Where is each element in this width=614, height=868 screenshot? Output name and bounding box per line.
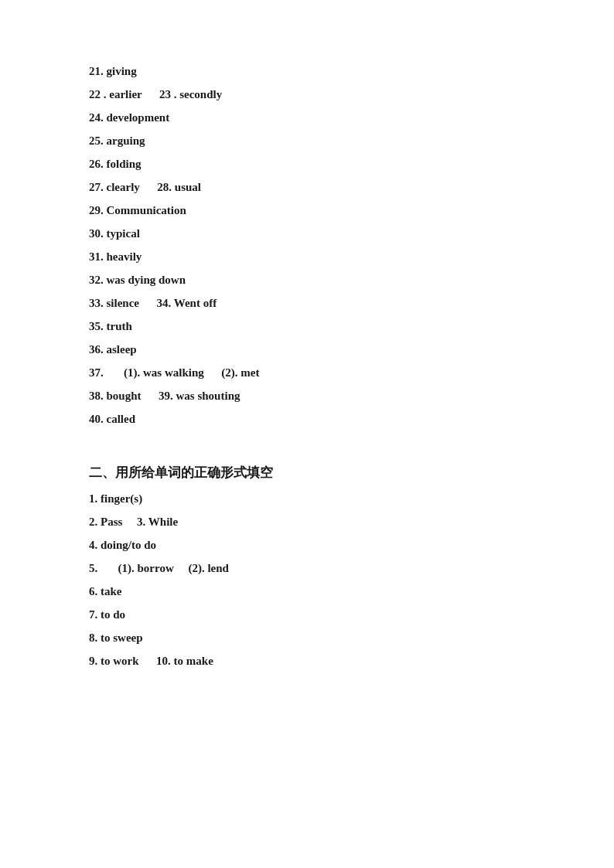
line-31: 31. heavily (89, 247, 525, 266)
s2-line-2-3: 2. Pass 3. While (89, 512, 525, 531)
line-22-23: 22 . earlier 23 . secondly (89, 85, 525, 104)
line-35: 35. truth (89, 317, 525, 335)
line-25: 25. arguing (89, 131, 525, 150)
section2-lines: 1. finger(s)2. Pass 3. While4. doing/to … (89, 489, 525, 670)
line-27-28: 27. clearly 28. usual (89, 178, 525, 196)
line-33-34: 33. silence 34. Went off (89, 294, 525, 312)
line-38-39: 38. bought 39. was shouting (89, 386, 525, 405)
line-26: 26. folding (89, 155, 525, 173)
line-32: 32. was dying down (89, 271, 525, 289)
s2-line-9-10: 9. to work 10. to make (89, 652, 525, 670)
line-37: 37. (1). was walking (2). met (89, 363, 525, 382)
s2-line-8: 8. to sweep (89, 628, 525, 647)
s2-line-4: 4. doing/to do (89, 536, 525, 554)
line-36: 36. asleep (89, 340, 525, 359)
s2-line-7: 7. to do (89, 605, 525, 624)
section2-title: 二、用所给单词的正确形式填空 (89, 464, 525, 482)
s2-line-5: 5. (1). borrow (2). lend (89, 559, 525, 577)
line-24: 24. development (89, 108, 525, 127)
line-21: 21. giving (89, 62, 525, 80)
line-40: 40. called (89, 410, 525, 428)
section1-lines: 21. giving22 . earlier 23 . secondly24. … (89, 62, 525, 428)
line-30: 30. typical (89, 224, 525, 243)
line-29: 29. Communication (89, 201, 525, 220)
s2-line-6: 6. take (89, 582, 525, 601)
section2: 二、用所给单词的正确形式填空 1. finger(s)2. Pass 3. Wh… (89, 464, 525, 670)
s2-line-1: 1. finger(s) (89, 489, 525, 508)
page-content: 21. giving22 . earlier 23 . secondly24. … (0, 0, 614, 737)
